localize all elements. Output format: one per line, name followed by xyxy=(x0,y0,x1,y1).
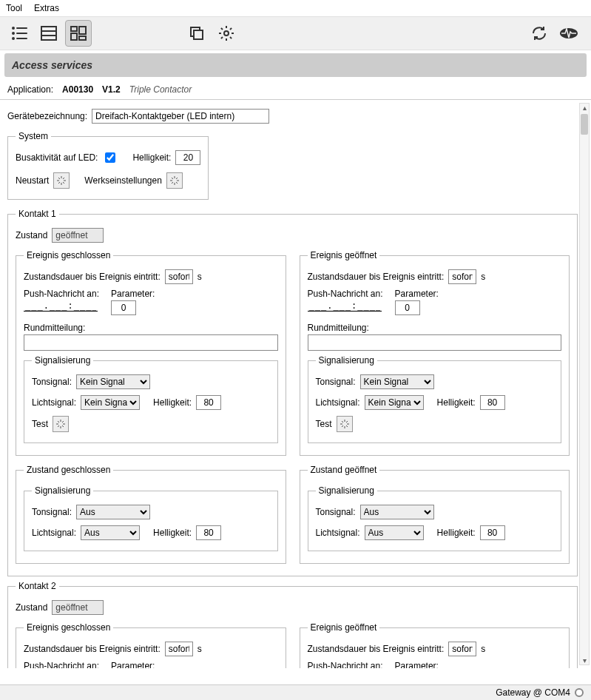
settings-icon[interactable] xyxy=(213,20,240,47)
scroll-up-icon[interactable]: ▴ xyxy=(580,104,589,112)
scroll-down-icon[interactable]: ▾ xyxy=(580,656,589,664)
restart-button[interactable] xyxy=(53,172,70,189)
system-legend: System xyxy=(16,131,51,141)
brightness-label: Helligkeit: xyxy=(153,528,192,538)
push-label: Push-Nachricht an: xyxy=(24,289,99,299)
c1-stopen-light[interactable]: Aus xyxy=(365,525,424,540)
signaling-legend: Signalisierung xyxy=(316,485,377,496)
tone-label: Tonsignal: xyxy=(32,507,72,517)
c2-event-closed-legend: Ereignis geschlossen xyxy=(24,622,113,633)
menu-tool[interactable]: Tool xyxy=(6,3,22,13)
c1-closed-light[interactable]: Kein Signal xyxy=(81,395,140,410)
busactivity-checkbox[interactable] xyxy=(105,152,115,163)
state-label: Zustand xyxy=(16,602,47,613)
test-label: Test xyxy=(32,419,48,429)
svg-line-39 xyxy=(58,425,59,427)
scrollbar-thumb[interactable] xyxy=(581,114,588,135)
c1-open-push-input[interactable] xyxy=(308,300,382,312)
copy-icon[interactable] xyxy=(183,20,210,47)
light-label: Lichtsignal: xyxy=(316,397,360,408)
factory-reset-button[interactable] xyxy=(166,172,183,189)
application-row: Application: A00130 V1.2 Triple Contacto… xyxy=(0,80,591,100)
light-label: Lichtsignal: xyxy=(316,528,360,538)
tone-label: Tonsignal: xyxy=(316,377,356,387)
svg-point-4 xyxy=(13,38,14,39)
brightness-label: Helligkeit: xyxy=(153,397,192,408)
system-brightness-input[interactable] xyxy=(175,150,200,165)
c1-open-test-button[interactable] xyxy=(337,416,353,432)
contact-2-group: Kontakt 2 Zustand Ereignis geschlossen Z… xyxy=(7,581,578,668)
c1-stclosed-brightness[interactable] xyxy=(196,525,221,540)
duration-label: Zustandsdauer bis Ereignis eintritt: xyxy=(24,272,161,282)
c1-open-light[interactable]: Kein Signal xyxy=(365,395,424,410)
sec-unit: s xyxy=(197,272,202,282)
svg-line-29 xyxy=(172,178,173,179)
svg-rect-12 xyxy=(79,36,86,40)
contact-2-legend: Kontakt 2 xyxy=(16,581,59,591)
c1-event-open: Ereignis geöffnet Zustandsdauer bis Erei… xyxy=(300,250,570,456)
param-label: Parameter: xyxy=(395,289,439,299)
c2-open-duration[interactable] xyxy=(448,642,476,656)
c1-closed-broadcast[interactable] xyxy=(24,334,278,351)
c1-closed-push-input[interactable] xyxy=(24,300,98,312)
light-label: Lichtsignal: xyxy=(32,397,76,408)
svg-line-21 xyxy=(58,178,60,179)
sec-unit: s xyxy=(481,644,485,654)
push-label: Push-Nachricht an: xyxy=(308,289,383,299)
c1-state-closed-legend: Zustand geschlossen xyxy=(24,465,113,475)
svg-point-0 xyxy=(13,27,14,29)
broadcast-label: Rundmitteilung: xyxy=(24,323,85,333)
activity-icon[interactable] xyxy=(555,20,582,47)
svg-line-22 xyxy=(63,182,64,184)
view-rows-icon[interactable] xyxy=(36,20,62,47)
signaling-legend: Signalisierung xyxy=(32,485,93,496)
busactivity-label: Busaktivität auf LED: xyxy=(16,152,98,163)
menu-extras[interactable]: Extras xyxy=(34,3,59,13)
c1-stopen-tone[interactable]: Aus xyxy=(360,505,434,519)
tone-label: Tonsignal: xyxy=(32,377,72,387)
c1-closed-param[interactable] xyxy=(111,300,136,315)
c1-event-open-legend: Ereignis geöffnet xyxy=(308,250,380,260)
duration-label: Zustandsdauer bis Ereignis eintritt: xyxy=(308,644,445,654)
c1-open-tone[interactable]: Kein Signal xyxy=(360,374,434,389)
menu-bar: Tool Extras xyxy=(0,0,591,16)
c1-event-closed-legend: Ereignis geschlossen xyxy=(24,250,113,260)
svg-line-31 xyxy=(172,182,173,184)
svg-rect-10 xyxy=(79,27,86,34)
c1-stclosed-light[interactable]: Aus xyxy=(81,525,140,540)
c1-open-broadcast[interactable] xyxy=(308,334,562,351)
view-list-icon[interactable] xyxy=(6,20,33,47)
sec-unit: s xyxy=(481,272,485,282)
svg-line-30 xyxy=(176,182,178,184)
c1-stopen-brightness[interactable] xyxy=(480,525,505,540)
svg-line-24 xyxy=(63,178,64,179)
c1-closed-test-button[interactable] xyxy=(53,416,69,432)
c1-stclosed-tone[interactable]: Aus xyxy=(76,505,150,519)
c1-closed-brightness[interactable] xyxy=(196,395,221,410)
test-label: Test xyxy=(316,419,332,429)
view-dashboard-icon[interactable] xyxy=(65,20,92,47)
c1-closed-tone[interactable]: Kein Signal xyxy=(76,374,150,389)
c1-open-brightness[interactable] xyxy=(480,395,505,410)
svg-line-45 xyxy=(342,421,343,423)
signaling-legend: Signalisierung xyxy=(32,355,93,366)
vertical-scrollbar[interactable]: ▴ ▾ xyxy=(579,103,590,665)
svg-point-15 xyxy=(224,31,229,36)
tone-label: Tonsignal: xyxy=(316,507,356,517)
light-label: Lichtsignal: xyxy=(32,528,76,538)
system-group: System Busaktivität auf LED: Helligkeit:… xyxy=(7,131,209,200)
sec-unit: s xyxy=(197,644,202,654)
svg-line-48 xyxy=(346,421,348,423)
c2-closed-duration[interactable] xyxy=(165,642,193,656)
sync-icon[interactable] xyxy=(526,20,553,47)
svg-rect-14 xyxy=(194,30,203,39)
c1-event-closed: Ereignis geschlossen Zustandsdauer bis E… xyxy=(16,250,286,456)
contact-1-legend: Kontakt 1 xyxy=(16,209,59,219)
c1-open-duration[interactable] xyxy=(448,269,476,284)
device-name-input[interactable] xyxy=(92,109,269,124)
c1-closed-duration[interactable] xyxy=(165,269,193,284)
contact-1-state xyxy=(52,228,104,243)
svg-rect-6 xyxy=(41,27,56,40)
c1-open-param[interactable] xyxy=(395,300,420,315)
factory-label: Werkseinstellungen xyxy=(84,175,162,186)
